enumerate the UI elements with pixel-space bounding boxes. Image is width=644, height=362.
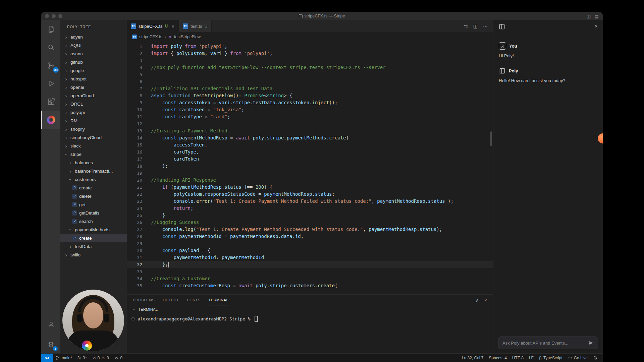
code-line[interactable]: 22 polyCustom.responseStatusCode = payme… xyxy=(127,191,493,198)
close-chat-icon[interactable]: × xyxy=(595,23,598,29)
tree-item-create[interactable]: Pcreate xyxy=(60,184,127,192)
indentation-item[interactable]: Spaces: 4 xyxy=(486,354,509,362)
panel-tab-ports[interactable]: PORTS xyxy=(187,295,200,305)
tree-item-getdetails[interactable]: PgetDetails xyxy=(60,209,127,217)
code-line[interactable]: 17 cardToken xyxy=(127,156,493,163)
git-branch-item[interactable]: main* xyxy=(53,354,75,362)
code-line[interactable]: 28 const paymentMethodId = paymentMethod… xyxy=(127,233,493,240)
tree-item-github[interactable]: ›github xyxy=(60,58,127,66)
code-line[interactable]: 7//Intializing API credentials and Test … xyxy=(127,85,493,92)
git-sync-item[interactable]: 3↓ 3↑ xyxy=(75,354,90,362)
remote-indicator[interactable]: >< xyxy=(41,354,53,362)
activity-run-debug[interactable] xyxy=(41,74,60,93)
activity-extensions[interactable] xyxy=(41,93,60,111)
activity-source-control[interactable]: 38 xyxy=(41,56,60,74)
code-line[interactable]: 29 xyxy=(127,240,493,247)
tree-item-get[interactable]: Pget xyxy=(60,200,127,209)
tree-item-twilio[interactable]: ›twilio xyxy=(60,251,127,259)
go-live-item[interactable]: Go Live xyxy=(565,354,590,362)
tree-item-orcl[interactable]: ›ORCL xyxy=(60,100,127,108)
code-line[interactable]: 20//Handling API Response xyxy=(127,177,493,184)
toggle-panel-icon[interactable]: ◫ xyxy=(586,14,590,19)
activity-accounts[interactable] xyxy=(41,315,60,333)
code-editor[interactable]: 1import poly from 'polyapi';2import { po… xyxy=(127,42,493,294)
breadcrumb[interactable]: TS stripeCFX.ts › ❖ testStripeFlow xyxy=(127,32,493,42)
tab-stripecfx[interactable]: TS stripeCFX.ts U × xyxy=(127,20,179,32)
panel-tab-output[interactable]: OUTPUT xyxy=(163,295,179,305)
send-icon[interactable] xyxy=(588,340,594,346)
code-line[interactable]: 26//Logging Success xyxy=(127,219,493,226)
activity-search[interactable] xyxy=(41,38,60,56)
tree-item-rm[interactable]: ›RM xyxy=(60,117,127,125)
tree-item-adyen[interactable]: ›adyen xyxy=(60,33,127,41)
encoding-item[interactable]: UTF-8 xyxy=(509,354,526,362)
code-line[interactable]: 3 xyxy=(127,57,493,64)
code-line[interactable]: 11 const cardType = "card"; xyxy=(127,113,493,120)
activity-settings[interactable]: ⚙ 1 xyxy=(41,335,60,353)
ports-item[interactable]: 0 xyxy=(112,354,125,362)
language-mode-item[interactable]: {} TypeScript xyxy=(536,354,565,362)
notifications-item[interactable] xyxy=(590,354,600,362)
tree-item-search[interactable]: Psearch xyxy=(60,217,127,226)
breadcrumb-symbol[interactable]: testStripeFlow xyxy=(174,35,201,39)
more-actions-icon[interactable]: ⋯ xyxy=(483,23,488,29)
code-line[interactable]: 15 accessToken, xyxy=(127,141,493,148)
code-line[interactable]: 35 const createCustomerResp = await poly… xyxy=(127,282,493,289)
code-line[interactable]: 12 xyxy=(127,120,493,127)
zoom-window-button[interactable] xyxy=(58,14,62,18)
close-panel-icon[interactable]: × xyxy=(484,298,487,303)
panel-tab-problems[interactable]: PROBLEMS xyxy=(133,295,155,305)
close-window-button[interactable] xyxy=(45,14,49,18)
tree-item-slack[interactable]: ›slack xyxy=(60,142,127,150)
terminal[interactable]: alexandrapapageorge@AlexandrasMBP2 Strip… xyxy=(127,313,493,353)
code-line[interactable]: 14 const paymentMethodResp = await poly.… xyxy=(127,134,493,141)
code-line[interactable]: 8async function testStripeFlow(): Promis… xyxy=(127,92,493,99)
tree-item-testdata[interactable]: ›testData xyxy=(60,242,127,251)
code-line[interactable]: 1import poly from 'polyapi'; xyxy=(127,43,493,50)
code-line[interactable]: 6 xyxy=(127,78,493,85)
problems-item[interactable]: ⊘ 0 ⚠ 0 xyxy=(90,354,111,362)
tree-item-openai[interactable]: ›openai xyxy=(60,83,127,92)
code-line[interactable]: 2import { polyCustom, vari } from 'polya… xyxy=(127,50,493,57)
code-line[interactable]: 34//Creating a Customer xyxy=(127,275,493,282)
code-line[interactable]: 21 if (paymentMethodResp.status !== 200)… xyxy=(127,184,493,191)
tree-item-customers[interactable]: ›customers xyxy=(60,175,127,184)
code-line[interactable]: 19 xyxy=(127,170,493,177)
code-line[interactable]: 31 paymentMethodId: paymentMethodId xyxy=(127,254,493,261)
cursor-position-item[interactable]: Ln 32, Col 7 xyxy=(459,354,486,362)
tab-test[interactable]: TS test.ts U xyxy=(179,20,212,32)
tree-item-polyapi[interactable]: ›polyapi xyxy=(60,108,127,117)
code-line[interactable]: 9 const accessToken = vari.stripe.testDa… xyxy=(127,99,493,106)
tree-item-asana[interactable]: ›asana xyxy=(60,50,127,58)
breadcrumb-file[interactable]: stripeCFX.ts xyxy=(139,35,162,39)
tree-item-balancetransacti-[interactable]: ›balanceTransacti... xyxy=(60,167,127,175)
tree-item-balances[interactable]: ›balances xyxy=(60,159,127,167)
minimize-window-button[interactable] xyxy=(52,14,56,18)
chat-input[interactable] xyxy=(502,341,586,346)
code-line[interactable]: 30 const payload = { xyxy=(127,247,493,254)
code-line[interactable]: 18 ); xyxy=(127,163,493,170)
code-line[interactable]: 10 const cardToken = "tok_visa"; xyxy=(127,106,493,113)
tree-item-create[interactable]: Pcreate xyxy=(60,234,127,242)
tree-item-shopify[interactable]: ›shopify xyxy=(60,125,127,133)
compare-changes-icon[interactable]: ⇆ xyxy=(464,23,468,29)
code-line[interactable]: 27 console.log("Test 1: Create Payment M… xyxy=(127,226,493,233)
code-line[interactable]: 25 } xyxy=(127,212,493,219)
code-line[interactable]: 4//npx poly function add testStripeFlow … xyxy=(127,64,493,71)
code-line[interactable]: 5 xyxy=(127,71,493,78)
tree-item-simphonycloud[interactable]: ›simphonyCloud xyxy=(60,133,127,142)
tree-item-hubspot[interactable]: ›hubspot xyxy=(60,75,127,83)
code-line[interactable]: 32 }; xyxy=(127,261,493,268)
tree-item-paymentmethods[interactable]: ›paymentMethods xyxy=(60,226,127,234)
terminal-section-header[interactable]: › TERMINAL xyxy=(127,305,493,313)
split-editor-icon[interactable]: ◫ xyxy=(473,23,478,29)
maximize-panel-icon[interactable]: ∧ xyxy=(476,298,479,303)
code-line[interactable]: 33 xyxy=(127,268,493,275)
tree-item-delete[interactable]: Pdelete xyxy=(60,192,127,200)
panel-tab-terminal[interactable]: TERMINAL xyxy=(209,295,229,305)
tree-item-google[interactable]: ›google xyxy=(60,66,127,75)
poly-assistant-handle[interactable] xyxy=(598,133,603,143)
customize-layout-icon[interactable]: ▤ xyxy=(595,14,599,19)
code-line[interactable]: 13//Creating a Payment Method xyxy=(127,127,493,134)
close-tab-icon[interactable]: × xyxy=(171,23,174,29)
